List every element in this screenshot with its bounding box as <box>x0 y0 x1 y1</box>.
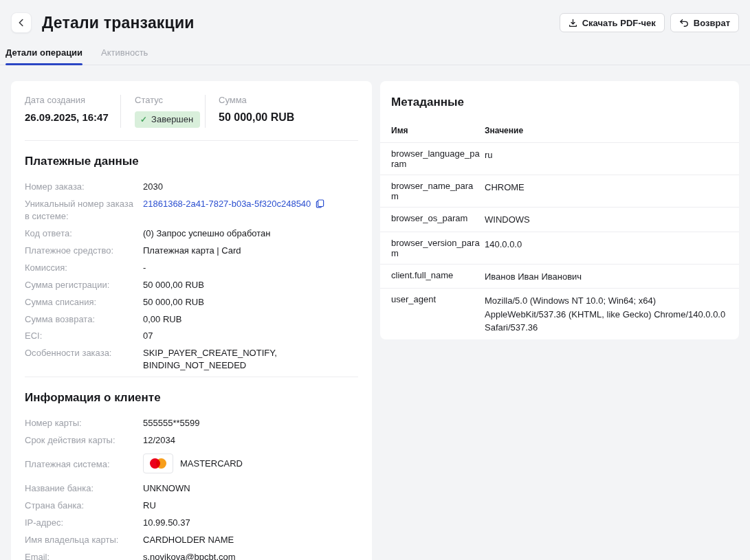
download-pdf-label: Скачать PDF-чек <box>582 18 656 28</box>
status-value: Завершен <box>151 114 193 124</box>
metadata-value: Mozilla/5.0 (Windows NT 10.0; Win64; x64… <box>485 293 728 335</box>
tab-operation-details[interactable]: Детали операции <box>5 45 82 65</box>
kv-row: Email:s.novikova@bpcbt.com <box>25 551 358 560</box>
kv-value: 21861368-2a41-7827-b03a-5f320c248540 <box>143 198 324 210</box>
kv-value: 10.99.50.37 <box>143 517 190 529</box>
kv-label: Email: <box>25 551 143 560</box>
kv-row: Номер заказа:2030 <box>25 181 358 193</box>
kv-label: Имя владельца карты: <box>25 534 143 546</box>
transaction-card: Дата создания 26.09.2025, 16:47 Статус ✓… <box>11 81 372 560</box>
payment-data-section: Платежные данные Номер заказа:2030Уникал… <box>25 141 358 372</box>
metadata-name: browser_os_param <box>391 212 485 224</box>
metadata-rows: browser_language_paramrubrowser_name_par… <box>380 142 739 339</box>
refund-label: Возврат <box>694 18 730 28</box>
metadata-name: browser_language_param <box>391 148 485 170</box>
kv-label: Код ответа: <box>25 227 143 240</box>
payment-rows: Номер заказа:2030Уникальный номер заказа… <box>25 181 358 372</box>
kv-value: SKIP_PAYER_CREATE_NOTIFY, BINDING_NOT_NE… <box>143 347 358 372</box>
kv-row: Номер карты:555555**5599 <box>25 417 358 429</box>
client-rows: Номер карты:555555**5599Срок действия ка… <box>25 417 358 560</box>
amount-label: Сумма <box>219 95 358 105</box>
metadata-table-header: Имя Значение <box>380 109 739 142</box>
page-header: Детали транзакции Скачать PDF-чек Возвра… <box>0 0 750 33</box>
back-button[interactable] <box>11 12 32 33</box>
status-badge: ✓ Завершен <box>135 111 200 128</box>
metadata-row: browser_os_paramWINDOWS <box>380 207 739 232</box>
payment-data-title: Платежные данные <box>25 155 358 168</box>
tab-activity[interactable]: Активность <box>101 45 148 65</box>
metadata-row: user_agentMozilla/5.0 (Windows NT 10.0; … <box>380 288 739 339</box>
order-uuid-link[interactable]: 21861368-2a41-7827-b03a-5f320c248540 <box>143 198 311 210</box>
kv-value: 0,00 RUB <box>143 313 181 326</box>
kv-row: Сумма списания:50 000,00 RUB <box>25 296 358 309</box>
kv-label: Платежная система: <box>25 458 143 471</box>
metadata-name: client.full_name <box>391 269 485 281</box>
kv-row: Название банка:UNKNOWN <box>25 482 358 495</box>
metadata-value: WINDOWS <box>485 212 728 227</box>
kv-label: Сумма возврата: <box>25 313 143 326</box>
kv-row: Сумма возврата:0,00 RUB <box>25 313 358 326</box>
kv-value: 50 000,00 RUB <box>143 296 204 309</box>
transaction-details-page: Детали транзакции Скачать PDF-чек Возвра… <box>0 0 750 560</box>
kv-label: Платежное средство: <box>25 245 143 257</box>
kv-label: Номер заказа: <box>25 181 143 193</box>
metadata-value: Иванов Иван Иванович <box>485 269 728 284</box>
kv-value: Платежная карта | Card <box>143 245 241 257</box>
kv-value: CARDHOLDER NAME <box>143 534 234 546</box>
kv-row: Комиссия:- <box>25 262 358 274</box>
metadata-row: client.full_nameИванов Иван Иванович <box>380 264 739 289</box>
kv-value: 2030 <box>143 181 163 193</box>
metadata-row: browser_language_paramru <box>380 142 739 175</box>
kv-row: Особенности заказа:SKIP_PAYER_CREATE_NOT… <box>25 347 358 372</box>
download-icon <box>569 19 577 27</box>
undo-arrow-icon <box>679 19 689 27</box>
kv-row: Имя владельца карты:CARDHOLDER NAME <box>25 534 358 546</box>
kv-value: (0) Запрос успешно обработан <box>143 227 271 240</box>
kv-label: Название банка: <box>25 482 143 495</box>
kv-value: 12/2034 <box>143 434 175 447</box>
metadata-name: user_agent <box>391 293 485 305</box>
status-block: Статус ✓ Завершен <box>120 95 205 128</box>
client-info-section: Информация о клиенте Номер карты:555555*… <box>25 377 358 560</box>
created-date-block: Дата создания 26.09.2025, 16:47 <box>25 95 120 128</box>
kv-value: UNKNOWN <box>143 482 190 495</box>
metadata-row: browser_version_param140.0.0.0 <box>380 232 739 264</box>
kv-row: Срок действия карты:12/2034 <box>25 434 358 447</box>
amount-block: Сумма 50 000,00 RUB <box>205 95 358 128</box>
metadata-column-value: Значение <box>485 126 728 135</box>
created-date-value: 26.09.2025, 16:47 <box>25 111 120 123</box>
kv-row: Платежная система:MASTERCARD <box>25 451 358 478</box>
copy-icon[interactable] <box>316 199 324 208</box>
kv-label: Срок действия карты: <box>25 434 143 447</box>
kv-value: s.novikova@bpcbt.com <box>143 551 236 560</box>
kv-row: Платежное средство:Платежная карта | Car… <box>25 245 358 257</box>
metadata-value: CHROME <box>485 180 728 194</box>
kv-row: ECI:07 <box>25 330 358 342</box>
mastercard-logo-icon <box>143 453 173 473</box>
kv-row: Код ответа:(0) Запрос успешно обработан <box>25 227 358 240</box>
kv-label: Особенности заказа: <box>25 347 143 359</box>
kv-row: Сумма регистрации:50 000,00 RUB <box>25 279 358 291</box>
kv-value: - <box>143 262 146 274</box>
download-pdf-button[interactable]: Скачать PDF-чек <box>560 13 665 32</box>
kv-label: Номер карты: <box>25 417 143 429</box>
refund-button[interactable]: Возврат <box>670 13 739 32</box>
kv-row: IP-адрес:10.99.50.37 <box>25 517 358 529</box>
metadata-name: browser_version_param <box>391 237 485 259</box>
status-label: Статус <box>135 95 205 105</box>
metadata-row: browser_name_paramCHROME <box>380 175 739 207</box>
kv-label: Комиссия: <box>25 262 143 274</box>
header-actions: Скачать PDF-чек Возврат <box>560 13 739 32</box>
kv-label: Страна банка: <box>25 500 143 512</box>
kv-label: Сумма регистрации: <box>25 279 143 291</box>
tab-bar: Детали операции Активность <box>0 45 750 65</box>
page-title: Детали транзакции <box>42 14 195 32</box>
kv-row: Уникальный номер заказа в системе:218613… <box>25 198 358 223</box>
kv-label: Сумма списания: <box>25 296 143 309</box>
created-date-label: Дата создания <box>25 95 120 105</box>
metadata-value: ru <box>485 148 728 162</box>
card-brand-name: MASTERCARD <box>180 458 243 470</box>
kv-label: ECI: <box>25 330 143 342</box>
main-content: Дата создания 26.09.2025, 16:47 Статус ✓… <box>0 81 750 560</box>
metadata-card: Метаданные Имя Значение browser_language… <box>380 81 739 339</box>
